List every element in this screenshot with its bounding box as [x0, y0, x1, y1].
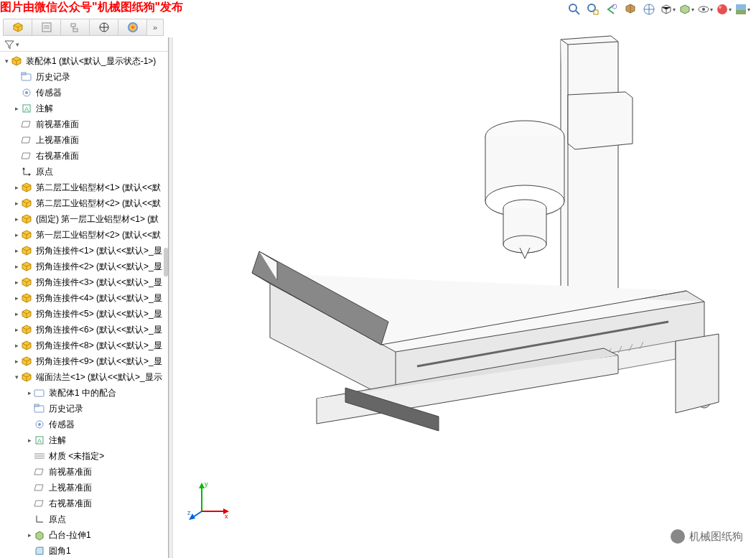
- right-plane-node[interactable]: 右视基准面: [0, 148, 168, 164]
- origin-icon: [33, 513, 46, 526]
- node-label: 圆角1: [49, 545, 71, 557]
- part-node[interactable]: ▸第二层工业铝型材<2> (默认<<默: [0, 195, 168, 211]
- svg-point-13: [25, 91, 28, 94]
- svg-rect-0: [42, 23, 51, 32]
- part-node[interactable]: ▸拐角连接件<2> (默认<<默认>_显: [0, 259, 168, 274]
- svg-marker-18: [22, 167, 25, 169]
- part-node[interactable]: ▸拐角连接件<4> (默认<<默认>_显: [0, 290, 168, 306]
- sub-front-plane[interactable]: 前视基准面: [0, 464, 168, 480]
- node-label: 前视基准面: [49, 466, 92, 478]
- part-node[interactable]: ▸第二层工业铝型材<1> (默认<<默: [0, 180, 168, 195]
- node-label: 拐角连接件<1> (默认<<默认>_显: [36, 245, 162, 257]
- node-label: 注解: [49, 434, 66, 447]
- expander-icon[interactable]: ▸: [13, 279, 20, 286]
- svg-point-9: [128, 22, 138, 32]
- node-label: 第二层工业铝型材<1> (默认<<默: [36, 182, 161, 194]
- part-node[interactable]: ▸拐角连接件<3> (默认<<默认>_显: [0, 274, 168, 290]
- part-node[interactable]: ▸拐角连接件<8> (默认<<默认>_显: [0, 338, 168, 353]
- annotations-node[interactable]: ▸A 注解: [0, 101, 168, 116]
- node-label: 材质 <未指定>: [49, 450, 104, 462]
- sub-sensors-node[interactable]: 传感器: [0, 417, 168, 432]
- scrollbar-thumb[interactable]: [164, 248, 168, 276]
- expander-icon[interactable]: ▸: [13, 326, 20, 333]
- part-icon: [20, 339, 33, 352]
- node-label: 右视基准面: [49, 498, 92, 510]
- material-icon: [33, 450, 46, 462]
- expander-icon[interactable]: ▸: [13, 358, 20, 365]
- extrude-node[interactable]: ▸ 凸台-拉伸1: [0, 527, 168, 543]
- part-icon: [20, 292, 33, 304]
- sub-annotations-node[interactable]: ▸A 注解: [0, 432, 168, 448]
- origin-node[interactable]: 原点: [0, 164, 168, 180]
- part-node[interactable]: ▸拐角连接件<1> (默认<<默认>_显: [0, 243, 168, 259]
- node-label: 上视基准面: [36, 134, 79, 147]
- expander-icon[interactable]: ▸: [13, 215, 20, 223]
- expander-icon[interactable]: ▸: [13, 342, 20, 349]
- tree-filter[interactable]: ▾: [0, 37, 168, 52]
- orientation-triad[interactable]: y x z: [187, 479, 230, 522]
- annotation-icon: A: [33, 434, 46, 447]
- part-node[interactable]: ▸拐角连接件<9> (默认<<默认>_显: [0, 353, 168, 369]
- node-label: 上视基准面: [49, 482, 92, 494]
- sub-origin[interactable]: 原点: [0, 511, 168, 527]
- node-label: 右视基准面: [36, 150, 79, 162]
- expander-icon[interactable]: ▸: [26, 531, 33, 539]
- mates-node[interactable]: ▸ 装配体1 中的配合: [0, 385, 168, 401]
- node-label: 传感器: [49, 419, 75, 431]
- node-label: 端面法兰<1> (默认<<默认>_显示: [36, 371, 162, 383]
- expander-icon[interactable]: ▸: [13, 200, 20, 207]
- history-node[interactable]: 历史记录: [0, 69, 168, 85]
- feature-tree[interactable]: ▾ 装配体1 (默认<默认_显示状态-1>) 历史记录 传感器 ▸A 注解 前视…: [0, 52, 168, 558]
- expander-icon[interactable]: ▸: [26, 437, 33, 444]
- fillet-node[interactable]: 圆角1: [0, 543, 168, 558]
- axis-x-label: x: [225, 513, 228, 520]
- part-node[interactable]: ▸拐角连接件<6> (默认<<默认>_显: [0, 322, 168, 338]
- node-label: 前视基准面: [36, 118, 79, 131]
- expander-icon[interactable]: ▸: [13, 294, 20, 302]
- expanded-part-node[interactable]: ▾ 端面法兰<1> (默认<<默认>_显示: [0, 369, 168, 385]
- plane-icon: [33, 481, 46, 494]
- publisher-banner: 图片由微信公众号"机械图纸狗"发布: [0, 0, 183, 15]
- sub-history-node[interactable]: 历史记录: [0, 401, 168, 417]
- svg-rect-20: [34, 390, 44, 396]
- expander-icon[interactable]: ▾: [13, 373, 20, 381]
- expander-icon[interactable]: ▸: [26, 389, 33, 396]
- sensors-node[interactable]: 传感器: [0, 85, 168, 101]
- sub-right-plane[interactable]: 右视基准面: [0, 496, 168, 511]
- plane-icon: [20, 134, 33, 147]
- panel-tabs: »: [3, 19, 164, 36]
- part-icon: [20, 355, 33, 368]
- folder-icon: [33, 402, 46, 415]
- node-label: 传感器: [36, 87, 62, 99]
- expander-icon[interactable]: ▸: [13, 231, 20, 238]
- part-node[interactable]: ▸拐角连接件<5> (默认<<默认>_显: [0, 306, 168, 322]
- expander-icon[interactable]: ▸: [13, 184, 20, 191]
- expander-icon[interactable]: ▸: [13, 310, 20, 317]
- node-label: 凸台-拉伸1: [49, 529, 91, 541]
- graphics-viewport[interactable]: ▾ ▾ ▾ ▾ ▾: [173, 0, 756, 558]
- top-plane-node[interactable]: 上视基准面: [0, 132, 168, 148]
- feature-tree-panel: ▾ ▾ 装配体1 (默认<默认_显示状态-1>) 历史记录 传感器 ▸A 注解 …: [0, 37, 169, 558]
- expander-icon[interactable]: ▾: [3, 57, 10, 65]
- watermark: 机械图纸狗: [671, 529, 743, 544]
- tab-assembly[interactable]: [4, 19, 32, 35]
- tab-expand[interactable]: »: [147, 19, 163, 35]
- front-plane-node[interactable]: 前视基准面: [0, 116, 168, 132]
- part-icon: [20, 197, 33, 210]
- node-label: (固定) 第一层工业铝型材<1> (默: [36, 213, 159, 225]
- expander-icon[interactable]: ▸: [13, 105, 20, 112]
- part-node[interactable]: ▸第一层工业铝型材<2> (默认<<默: [0, 227, 168, 243]
- tab-appearance[interactable]: [118, 19, 147, 35]
- tab-property[interactable]: [32, 19, 61, 35]
- material-node[interactable]: 材质 <未指定>: [0, 448, 168, 464]
- sub-top-plane[interactable]: 上视基准面: [0, 480, 168, 496]
- root-assembly-node[interactable]: ▾ 装配体1 (默认<默认_显示状态-1>): [0, 53, 168, 69]
- tab-config[interactable]: [61, 19, 90, 35]
- expander-icon[interactable]: ▸: [13, 247, 20, 254]
- tab-dimxpert[interactable]: [90, 19, 118, 35]
- node-label: 拐角连接件<2> (默认<<默认>_显: [36, 261, 162, 273]
- expander-icon[interactable]: ▸: [13, 263, 20, 270]
- node-label: 原点: [36, 166, 53, 178]
- mates-folder-icon: [33, 386, 46, 399]
- part-node[interactable]: ▸(固定) 第一层工业铝型材<1> (默: [0, 211, 168, 227]
